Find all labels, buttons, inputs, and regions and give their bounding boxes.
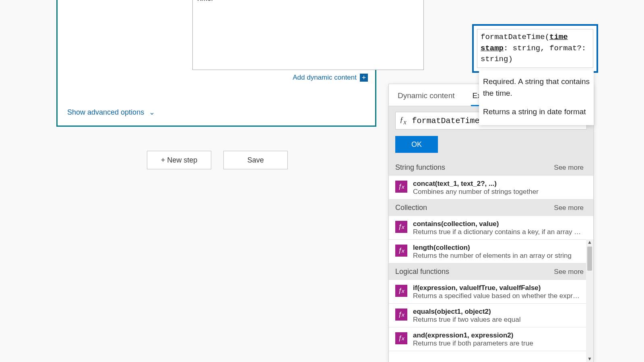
function-item[interactable]: ƒxlength(collection)Returns the number o… — [389, 240, 593, 263]
fx-badge-icon: ƒx — [395, 332, 407, 344]
add-dynamic-content-link[interactable]: Add dynamic content + — [293, 74, 368, 82]
new-step-button[interactable]: + New step — [147, 151, 211, 169]
field-label-time: Time: — [196, 0, 213, 3]
function-description: Returns true if a dictionary contains a … — [413, 228, 582, 236]
function-signature: concat(text_1, text_2?, ...) — [413, 180, 539, 188]
function-signature: contains(collection, value) — [413, 220, 582, 228]
function-group-header: CollectionSee more — [389, 200, 593, 216]
show-advanced-label: Show advanced options — [67, 108, 144, 117]
function-description: Returns true if both parameters are true — [413, 339, 533, 348]
function-signature: length(collection) — [413, 244, 572, 252]
function-signature: equals(object1, object2) — [413, 308, 520, 316]
see-more-link[interactable]: See more — [554, 204, 584, 212]
expression-panel: Dynamic content Expression ƒx OK String … — [388, 84, 594, 362]
function-description: Returns the number of elements in an arr… — [413, 252, 572, 260]
signature-tooltip: formatDateTime(timestamp: string, format… — [472, 24, 598, 73]
ok-button[interactable]: OK — [395, 136, 438, 153]
sig-desc-returns: Returns a string in date format — [483, 106, 590, 118]
group-title: Logical functions — [395, 267, 449, 276]
function-description: Combines any number of strings together — [413, 188, 539, 196]
action-card: Name of the user: Name ✕ Time: Add dynam… — [56, 0, 376, 127]
action-buttons-row: + New step Save — [147, 151, 288, 169]
signature-text: formatDateTime(timestamp: string, format… — [477, 29, 593, 68]
scroll-up-icon[interactable]: ▲ — [587, 239, 592, 246]
sig-desc-required: Required. A string that contains the tim… — [483, 76, 590, 99]
function-item[interactable]: ƒxequals(object1, object2)Returns true i… — [389, 304, 593, 327]
fx-icon: ƒx — [400, 115, 407, 126]
text-cursor-icon — [568, 33, 568, 40]
sig-prefix: formatDateTime( — [481, 33, 549, 41]
fx-badge-icon: ƒx — [395, 285, 407, 297]
fx-badge-icon: ƒx — [395, 181, 407, 193]
function-item[interactable]: ƒxconcat(text_1, text_2?, ...)Combines a… — [389, 176, 593, 200]
group-title: Collection — [395, 204, 427, 212]
function-item[interactable]: ƒxcontains(collection, value)Returns tru… — [389, 216, 593, 240]
see-more-link[interactable]: See more — [554, 268, 584, 276]
add-dynamic-content-label: Add dynamic content — [293, 74, 357, 82]
tab-dynamic-content[interactable]: Dynamic content — [389, 91, 464, 106]
function-list: String functionsSee moreƒxconcat(text_1,… — [389, 159, 593, 351]
plus-icon: + — [360, 74, 368, 82]
fx-badge-icon: ƒx — [395, 309, 407, 321]
signature-description: Required. A string that contains the tim… — [479, 70, 594, 125]
show-advanced-options[interactable]: Show advanced options ⌄ — [67, 108, 155, 117]
save-button[interactable]: Save — [223, 151, 288, 169]
function-description: Returns a specified value based on wheth… — [413, 292, 582, 300]
function-group-header: Logical functionsSee more — [389, 263, 593, 280]
chevron-down-icon: ⌄ — [149, 108, 155, 117]
fx-badge-icon: ƒx — [395, 245, 407, 257]
scroll-down-icon[interactable]: ▼ — [587, 356, 592, 362]
function-signature: and(expression1, expression2) — [413, 331, 533, 339]
function-description: Returns true if two values are equal — [413, 316, 520, 324]
function-group-header: String functionsSee more — [389, 159, 593, 176]
function-item[interactable]: ƒxand(expression1, expression2)Returns t… — [389, 327, 593, 351]
see-more-link[interactable]: See more — [554, 164, 584, 172]
group-title: String functions — [395, 163, 445, 172]
scrollbar[interactable]: ▲ ▼ — [586, 239, 593, 362]
scroll-thumb[interactable] — [587, 247, 592, 271]
message-body-input[interactable]: Name of the user: Name ✕ Time: — [192, 0, 424, 70]
function-signature: if(expression, valueIfTrue, valueIfFalse… — [413, 284, 582, 292]
fx-badge-icon: ƒx — [395, 221, 407, 233]
function-item[interactable]: ƒxif(expression, valueIfTrue, valueIfFal… — [389, 280, 593, 304]
